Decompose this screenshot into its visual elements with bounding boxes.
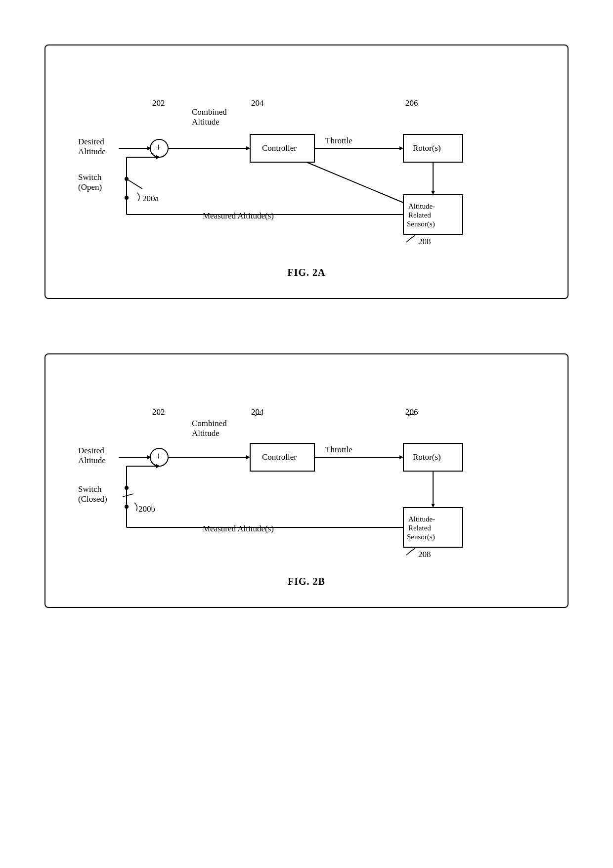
- combined-altitude-label2-a: Altitude: [192, 117, 219, 127]
- switch-label-a: Switch: [78, 173, 102, 182]
- label-208a: 208: [418, 237, 431, 246]
- switch-dot2-a: [125, 196, 129, 200]
- plus-sign-a: +: [156, 142, 161, 153]
- label-202a: 202: [152, 98, 165, 108]
- arrowhead-feedback-a: [156, 155, 160, 159]
- label-204a: 204: [251, 98, 264, 108]
- fig2a-container: 202 204 206 Combined Altitude Desired Al…: [44, 44, 569, 299]
- switch-line-a: [127, 179, 142, 189]
- switch-200a-tick: [137, 193, 139, 201]
- throttle-label-a: Throttle: [325, 136, 352, 145]
- sensor-text3-b: Sensor(s): [407, 533, 435, 541]
- arrowhead-ctrl-rotor-b: [399, 455, 403, 459]
- arrowhead-sum-ctrl-a: [246, 146, 250, 150]
- sensor-208-tick-a: [406, 235, 415, 242]
- throttle-label-b: Throttle: [325, 445, 352, 454]
- combined-altitude-label-a: Combined: [192, 107, 227, 117]
- fig2b-label: FIG. 2B: [65, 576, 548, 587]
- arrowhead-sum-ctrl-b: [246, 455, 250, 459]
- fig2a-label: FIG. 2A: [65, 267, 548, 278]
- label-208b: 208: [418, 550, 431, 559]
- switch-closed-tick: [123, 494, 133, 497]
- switch-id-b: 200b: [138, 504, 155, 514]
- desired-altitude-label-a: Desired: [78, 137, 104, 146]
- arrowhead-rotor-down-a: [431, 191, 435, 195]
- desired-altitude-label-b: Desired: [78, 446, 104, 455]
- sensor-208-tick-b: [406, 548, 415, 555]
- diag-line-a: [306, 162, 403, 203]
- sensor-text2-a: Related: [408, 211, 431, 219]
- arrowhead-ctrl-rotor-a: [399, 146, 403, 150]
- arrowhead-feedback-b: [156, 464, 160, 468]
- sensor-text2-b: Related: [408, 524, 431, 532]
- measured-altitude-label-b: Measured Altitude(s): [203, 524, 274, 533]
- desired-altitude-label2-b: Altitude: [78, 456, 106, 465]
- label-204b: 204: [251, 407, 264, 417]
- label-202b: 202: [152, 407, 165, 417]
- measured-altitude-label-a: Measured Altitude(s): [203, 211, 274, 220]
- fig2b-container: 202 204 206 Combined Altitude Desired Al…: [44, 353, 569, 608]
- desired-altitude-label2-a: Altitude: [78, 147, 106, 156]
- switch-closed-label-b: (Closed): [78, 494, 107, 504]
- arrowhead-rotor-down-b: [431, 504, 435, 508]
- switch-label-b: Switch: [78, 484, 102, 494]
- page: 202 204 206 Combined Altitude Desired Al…: [0, 0, 613, 868]
- rotors-text-b: Rotor(s): [413, 452, 441, 462]
- fig2b-diagram: 202 204 206 Combined Altitude Desired Al…: [69, 379, 544, 567]
- controller-text-a: Controller: [262, 143, 297, 153]
- label-206a: 206: [405, 98, 418, 108]
- combined-altitude-label2-b: Altitude: [192, 429, 219, 438]
- controller-text-b: Controller: [262, 452, 297, 462]
- switch-200b-tick: [134, 503, 137, 511]
- plus-sign-b: +: [156, 451, 161, 462]
- combined-altitude-label-b: Combined: [192, 419, 227, 428]
- sensor-text1-a: Altitude-: [408, 202, 435, 210]
- sensor-text1-b: Altitude-: [408, 515, 435, 523]
- switch-open-label-a: (Open): [78, 182, 102, 192]
- sensor-text3-a: Sensor(s): [407, 220, 435, 228]
- fig2a-diagram: 202 204 206 Combined Altitude Desired Al…: [69, 70, 544, 258]
- rotors-text-a: Rotor(s): [413, 143, 441, 153]
- label-206b: 206: [405, 407, 418, 417]
- switch-id-a: 200a: [142, 194, 159, 203]
